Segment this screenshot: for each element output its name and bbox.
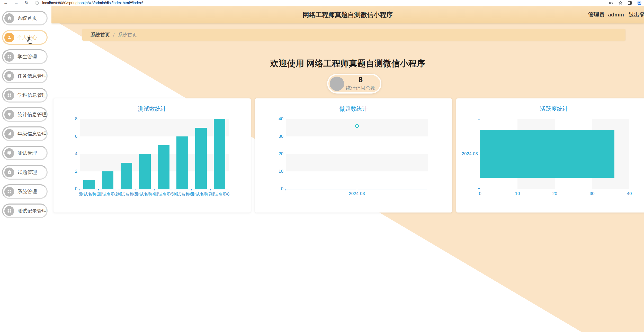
monitor-icon — [4, 71, 14, 81]
sidebar-item-label: 系统首页 — [17, 15, 37, 22]
bulb-icon — [4, 110, 14, 119]
sidebar: 系统首页个人中心学生管理任务信息管理学科信息管理统计信息管理年级信息管理测试管理… — [0, 6, 51, 332]
site-info-icon[interactable]: i — [35, 1, 39, 5]
sidebar-item-home[interactable]: 系统首页 — [2, 11, 48, 25]
chart-bar — [121, 163, 132, 189]
charts-row: 测试数统计 测试名称1测试名称2测试名称3测试名称4测试名称5测试名称6测试名称… — [53, 98, 644, 213]
password-key-icon[interactable] — [609, 1, 614, 5]
x-axis-label: 测试名称8 — [210, 191, 229, 197]
axis-tick — [79, 189, 80, 190]
sidebar-item-label: 试题管理 — [17, 169, 37, 176]
sidebar-item-grades[interactable]: 年级信息管理 — [2, 126, 48, 141]
y-axis-label: 30 — [279, 134, 283, 139]
data-point — [355, 124, 359, 128]
sidebar-item-label: 测试记录管理 — [17, 208, 47, 214]
axis-tick — [285, 189, 286, 190]
y-axis-label: 2 — [75, 169, 77, 174]
y-axis-label: 20 — [279, 151, 283, 156]
chart-bar — [83, 180, 95, 189]
sidebar-item-statistics[interactable]: 统计信息管理 — [2, 107, 48, 122]
y-axis-label: 0 — [281, 186, 283, 191]
chart-bar — [214, 119, 225, 189]
app-title: 网络工程师真题自测微信小程序 — [51, 10, 644, 19]
chart-title: 活跃度统计 — [456, 105, 644, 113]
header-user-area: 管理员 admin 退出登录 — [588, 11, 644, 18]
axis-tick — [173, 189, 173, 190]
y-axis-label: 4 — [75, 151, 77, 156]
side-panel-icon[interactable] — [627, 1, 632, 5]
browser-reload-icon[interactable]: ↻ — [25, 0, 28, 6]
x-axis-label: 测试名称4 — [135, 191, 155, 197]
chart-bar — [176, 136, 188, 189]
sidebar-item-tests[interactable]: 测试管理 — [2, 146, 48, 160]
sidebar-item-label: 测试管理 — [17, 150, 37, 156]
browser-back-icon[interactable]: ← — [4, 0, 8, 6]
stat-label: 统计信息总数 — [344, 85, 377, 91]
breadcrumb-current: 系统首页 — [118, 32, 137, 38]
sidebar-item-questions[interactable]: 试题管理 — [2, 165, 48, 180]
sidebar-item-system[interactable]: 系统管理 — [2, 184, 48, 199]
axis-tick — [478, 119, 480, 119]
bar-chart-icon — [4, 129, 14, 139]
url-bar[interactable]: localhost:8080/springbootjh8x3/admin/dis… — [42, 1, 143, 5]
grid-icon — [4, 90, 14, 100]
x-axis-label: 测试名称2 — [98, 191, 118, 197]
sidebar-item-label: 统计信息管理 — [17, 111, 47, 118]
sidebar-item-profile[interactable]: 个人中心 — [2, 30, 48, 45]
axis-tick — [357, 189, 357, 190]
monitor-icon — [4, 148, 14, 158]
activity-chart-card: 活跃度统计 2024-03010203040 — [456, 98, 644, 213]
user-icon — [4, 33, 14, 42]
x-axis-label: 40 — [627, 191, 632, 196]
stat-circle-icon — [330, 77, 344, 91]
chart-bar — [480, 130, 614, 178]
x-axis-label: 测试名称3 — [117, 191, 136, 197]
x-axis-label: 0 — [479, 191, 481, 196]
grid-icon — [4, 187, 14, 197]
breadcrumb-separator: / — [113, 32, 114, 38]
x-axis-label: 2024-03 — [349, 191, 365, 196]
x-axis-label: 测试名称5 — [154, 191, 174, 197]
bookmark-star-icon[interactable] — [618, 1, 623, 5]
browser-toolbar: ← → ↻ i localhost:8080/springbootjh8x3/a… — [0, 0, 644, 6]
axis-tick — [136, 189, 136, 190]
y-axis-label: 6 — [75, 134, 77, 139]
axis-tick — [229, 189, 229, 190]
main-content: 系统首页 / 系统首页 欢迎使用 网络工程师真题自测微信小程序 8 统计信息总数… — [51, 23, 644, 332]
app-header: 网络工程师真题自测微信小程序 管理员 admin 退出登录 — [51, 6, 644, 23]
breadcrumb-root-link[interactable]: 系统首页 — [91, 32, 110, 38]
x-axis-label: 10 — [515, 191, 520, 196]
question-count-chart-card: 做题数统计 0102030402024-03 — [255, 98, 452, 213]
category-axis-label: 2024-03 — [462, 151, 478, 156]
axis-tick — [117, 189, 117, 190]
user-role-label: 管理员 — [588, 12, 604, 17]
axis-tick — [98, 189, 99, 190]
x-axis-label: 20 — [552, 191, 557, 196]
chart-title: 测试数统计 — [53, 105, 251, 113]
breadcrumb: 系统首页 / 系统首页 — [82, 29, 625, 41]
browser-profile-avatar[interactable] — [637, 0, 642, 6]
sidebar-item-label: 系统管理 — [17, 188, 37, 195]
axis-tick — [154, 189, 155, 190]
line-chart-plot: 0102030402024-03 — [286, 119, 428, 189]
axis-tick — [428, 189, 428, 190]
grid-icon — [4, 206, 14, 216]
sidebar-item-students[interactable]: 学生管理 — [2, 49, 48, 64]
chart-bar — [195, 128, 207, 189]
bar-chart-plot: 测试名称1测试名称2测试名称3测试名称4测试名称5测试名称6测试名称7测试名称8… — [80, 119, 229, 189]
axis-tick — [191, 189, 192, 190]
logout-link[interactable]: 退出登录 — [629, 12, 644, 17]
stat-value: 8 — [344, 76, 377, 84]
axis-tick — [478, 188, 480, 189]
sidebar-item-subjects[interactable]: 学科信息管理 — [2, 88, 48, 103]
sidebar-item-label: 任务信息管理 — [17, 73, 47, 79]
grid-icon — [4, 52, 14, 62]
chart-bar — [102, 171, 113, 189]
stat-total-pill: 8 统计信息总数 — [327, 74, 381, 94]
page-title: 欢迎使用 网络工程师真题自测微信小程序 — [51, 58, 644, 69]
y-axis-label: 10 — [279, 169, 283, 174]
browser-forward-icon[interactable]: → — [14, 0, 19, 6]
y-axis-label: 0 — [75, 186, 77, 191]
sidebar-item-tasks[interactable]: 任务信息管理 — [2, 69, 48, 83]
sidebar-item-test-records[interactable]: 测试记录管理 — [2, 204, 48, 218]
